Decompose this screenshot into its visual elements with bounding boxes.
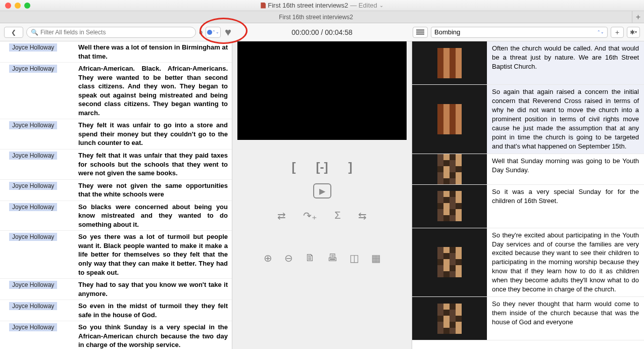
- shuffle-back-icon[interactable]: ⇆: [358, 210, 367, 222]
- speaker-tag: Joyce Holloway: [9, 65, 57, 73]
- window-titlebar: First 16th street interviews2 — Edited ⌄: [0, 0, 644, 11]
- clip-row[interactable]: So they never thought that harm would co…: [412, 297, 644, 340]
- mark-in-button[interactable]: [: [292, 160, 296, 174]
- upload-circle-icon[interactable]: ⊕: [264, 252, 272, 264]
- transcript-text: So you think Sunday is a very special in…: [78, 321, 232, 349]
- transcript-row[interactable]: Joyce HollowayThey felt it was unfair to…: [0, 119, 232, 149]
- transcript-text: They were not given the same opportuniti…: [78, 180, 232, 201]
- speaker-tag: Joyce Holloway: [9, 233, 57, 241]
- mark-out-button[interactable]: ]: [348, 160, 352, 174]
- clip-thumbnail: [412, 228, 487, 297]
- print-icon[interactable]: 🖶: [327, 252, 337, 264]
- speaker-tag: Joyce Holloway: [9, 203, 57, 211]
- video-pane: [ [‑] ] ▶ ⇄ ↷₊ Σ ⇆ ⊕ ⊖ 🗎 🖶 ◫ ▦: [232, 41, 412, 349]
- video-viewer[interactable]: [237, 41, 407, 140]
- speaker-tag: Joyce Holloway: [9, 43, 57, 52]
- transcript-row[interactable]: Joyce HollowaySo even in the midst of tu…: [0, 300, 232, 321]
- transcript-text: So even in the midst of turmoil they the…: [78, 300, 232, 321]
- film-icon[interactable]: ▦: [371, 252, 381, 264]
- clip-thumbnail: [412, 297, 487, 340]
- clip-thumbnail: [412, 85, 487, 154]
- or-label: o: [199, 29, 203, 36]
- clip-row[interactable]: So it was a very special Sunday for for …: [412, 185, 644, 228]
- clip-thumbnail: [412, 154, 487, 184]
- transcript-row[interactable]: Joyce HollowayThey had to say that you k…: [0, 279, 232, 300]
- transcript-row[interactable]: Joyce HollowayWell there was a lot of te…: [0, 41, 232, 63]
- shuffle-icon[interactable]: ⇄: [277, 210, 286, 222]
- chevron-down-icon: ⌃⌄: [212, 30, 219, 34]
- clip-text: So they're excited about participating i…: [487, 228, 644, 297]
- forward-circle-icon[interactable]: ⊖: [284, 252, 293, 264]
- bin-select-label: Bombing: [434, 28, 460, 36]
- window-title-text: First 16th street interviews2: [268, 2, 348, 9]
- color-select[interactable]: ⌃⌄: [206, 27, 221, 38]
- clip-text: Often the church would be called. And th…: [487, 41, 644, 84]
- speaker-tag: Joyce Holloway: [9, 182, 57, 190]
- speaker-tag: Joyce Holloway: [9, 281, 57, 289]
- search-icon: 🔍: [31, 29, 38, 36]
- transcript-text: They felt it was unfair to go into a sto…: [78, 119, 232, 149]
- clip-row[interactable]: Often the church would be called. And th…: [412, 41, 644, 85]
- transcript-row[interactable]: Joyce HollowayAfrican-American. Black. A…: [0, 63, 232, 119]
- window-title: First 16th street interviews2 — Edited ⌄: [0, 2, 644, 9]
- mark-clear-button[interactable]: [‑]: [316, 160, 328, 174]
- edited-label: — Edited: [350, 2, 377, 9]
- marker-controls: [ [‑] ]: [292, 160, 353, 174]
- transcript-pane[interactable]: Joyce HollowayWell there was a lot of te…: [0, 41, 232, 349]
- transcript-text: African-American. Black. African-America…: [78, 63, 232, 119]
- speaker-tag: Joyce Holloway: [9, 152, 57, 160]
- timecode-display: 00:00:00 / 00:04:58: [234, 28, 410, 36]
- filter-input[interactable]: [40, 29, 191, 36]
- gear-icon: ✱: [630, 29, 635, 36]
- clips-pane[interactable]: Often the church would be called. And th…: [412, 41, 644, 349]
- document-download-icon[interactable]: 🗎: [305, 252, 315, 264]
- clip-row[interactable]: So they're excited about participating i…: [412, 228, 644, 297]
- new-tab-button[interactable]: +: [632, 11, 644, 23]
- settings-gear-button[interactable]: ✱▾: [627, 27, 640, 38]
- sum-icon[interactable]: Σ: [334, 210, 340, 222]
- toolbar: ❮ 🔍 o ⌃⌄ ♥ 00:00:00 / 00:04:58 Bombing ⌃…: [0, 23, 644, 41]
- clip-text: So again that again raised a concern the…: [487, 85, 644, 154]
- add-button[interactable]: +: [611, 27, 624, 38]
- filter-search[interactable]: 🔍: [26, 27, 196, 38]
- color-dot-icon: [207, 30, 212, 35]
- clip-row[interactable]: So again that again raised a concern the…: [412, 85, 644, 154]
- play-button[interactable]: ▶: [313, 183, 331, 198]
- bin-select[interactable]: Bombing ⌃⌄: [431, 27, 608, 38]
- transcript-text: So yes there was a lot of turmoil but pe…: [78, 231, 232, 278]
- heart-icon[interactable]: ♥: [225, 26, 231, 39]
- transcript-row[interactable]: Joyce HollowaySo you think Sunday is a v…: [0, 321, 232, 349]
- transcript-text: So blacks were concerned about being you…: [78, 201, 232, 231]
- back-button[interactable]: ❮: [4, 27, 23, 38]
- title-chevron-icon[interactable]: ⌄: [379, 3, 383, 8]
- clip-row[interactable]: Well that Sunday morning was going to be…: [412, 154, 644, 185]
- transcript-row[interactable]: Joyce HollowaySo blacks were concerned a…: [0, 201, 232, 231]
- view-mode-toggle[interactable]: [413, 27, 428, 38]
- transcript-row[interactable]: Joyce HollowaySo yes there was a lot of …: [0, 231, 232, 279]
- transcript-row[interactable]: Joyce HollowayThey felt that it was unfa…: [0, 149, 232, 180]
- clip-thumbnail: [412, 41, 487, 84]
- curve-down-icon[interactable]: ↷₊: [303, 210, 317, 222]
- tab-current[interactable]: First 16th street interviews2: [0, 14, 632, 21]
- clip-text: So they never thought that harm would co…: [487, 297, 644, 340]
- clip-text: Well that Sunday morning was going to be…: [487, 154, 644, 184]
- chevron-down-icon: ⌃⌄: [597, 30, 604, 34]
- document-icon: [261, 3, 266, 9]
- clip-thumbnail: [412, 185, 487, 228]
- transcript-text: They had to say that you know we won't t…: [78, 279, 232, 300]
- clip-icon[interactable]: ◫: [350, 252, 359, 264]
- transcript-row[interactable]: Joyce HollowayThey were not given the sa…: [0, 180, 232, 201]
- transcript-text: Well there was a lot of tension in Birmi…: [78, 41, 232, 62]
- speaker-tag: Joyce Holloway: [9, 323, 57, 331]
- speaker-tag: Joyce Holloway: [9, 302, 57, 310]
- tab-bar: First 16th street interviews2 +: [0, 11, 644, 23]
- speaker-tag: Joyce Holloway: [9, 121, 57, 129]
- transcript-text: They felt that it was unfair that they p…: [78, 149, 232, 179]
- clip-text: So it was a very special Sunday for for …: [487, 185, 644, 228]
